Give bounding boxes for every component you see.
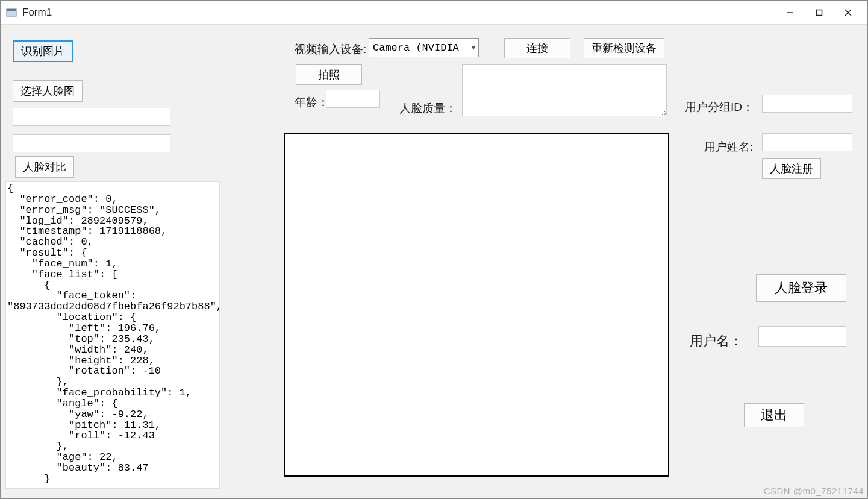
recognize-image-button[interactable]: 识别图片	[13, 40, 73, 62]
maximize-icon	[816, 9, 823, 16]
username-label: 用户名：	[690, 332, 743, 350]
redetect-device-button[interactable]: 重新检测设备	[584, 38, 664, 58]
face-image-path-1-input[interactable]	[13, 108, 170, 126]
user-group-id-label: 用户分组ID：	[685, 99, 754, 115]
result-output: { "error_code": 0, "error_msg": "SUCCESS…	[5, 181, 220, 489]
choose-face-image-button[interactable]: 选择人脸图	[13, 80, 83, 102]
user-fullname-input[interactable]	[762, 133, 852, 151]
maximize-button[interactable]	[805, 2, 834, 24]
minimize-button[interactable]	[776, 2, 805, 24]
face-image-path-2-input[interactable]	[13, 134, 170, 152]
minimize-icon	[787, 9, 794, 16]
window: Form1 识别图片 选择人脸图 人脸对比 { "error_code": 0,…	[0, 0, 868, 499]
face-compare-button[interactable]: 人脸对比	[15, 156, 74, 178]
connect-button[interactable]: 连接	[504, 38, 570, 58]
svg-rect-1	[7, 9, 16, 11]
video-device-select[interactable]	[369, 38, 479, 57]
exit-button[interactable]: 退出	[744, 403, 804, 427]
age-label: 年龄：	[295, 95, 329, 110]
face-quality-label: 人脸质量：	[399, 101, 457, 116]
user-group-id-input[interactable]	[762, 95, 852, 113]
take-photo-button[interactable]: 拍照	[296, 64, 362, 85]
close-button[interactable]	[834, 2, 863, 24]
client-area: 识别图片 选择人脸图 人脸对比 { "error_code": 0, "erro…	[1, 25, 867, 498]
age-input[interactable]	[326, 90, 380, 108]
video-device-select-wrap: ▾	[369, 38, 479, 57]
face-quality-output[interactable]	[462, 64, 667, 116]
watermark: CSDN @m0_75211744	[764, 486, 864, 496]
close-icon	[845, 9, 852, 16]
video-device-label: 视频输入设备:	[295, 42, 366, 57]
svg-rect-3	[817, 10, 822, 15]
video-preview	[284, 133, 669, 477]
titlebar: Form1	[1, 1, 867, 25]
username-input[interactable]	[758, 326, 846, 347]
user-fullname-label: 用户姓名:	[704, 139, 753, 155]
window-title: Form1	[22, 7, 52, 19]
face-register-button[interactable]: 人脸注册	[762, 158, 821, 179]
app-icon	[5, 7, 17, 19]
face-login-button[interactable]: 人脸登录	[756, 274, 846, 302]
